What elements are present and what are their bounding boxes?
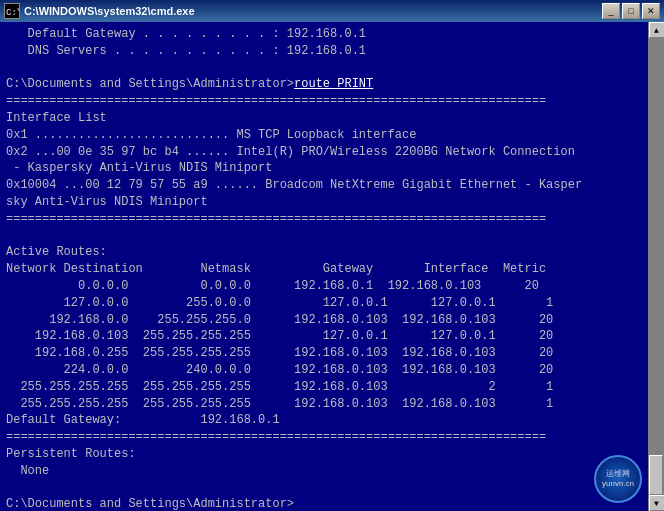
cmd-icon: C:\ bbox=[4, 3, 20, 19]
title-bar: C:\ C:\WINDOWS\system32\cmd.exe _ □ ✕ bbox=[0, 0, 664, 22]
scroll-down-button[interactable]: ▼ bbox=[649, 495, 665, 511]
watermark-inner-text: 运维网yunvn.cn bbox=[602, 469, 634, 490]
title-bar-left: C:\ C:\WINDOWS\system32\cmd.exe bbox=[4, 3, 195, 19]
svg-text:C:\: C:\ bbox=[6, 8, 19, 18]
window-controls: _ □ ✕ bbox=[602, 3, 660, 19]
scroll-up-button[interactable]: ▲ bbox=[649, 22, 665, 38]
terminal-window: Default Gateway . . . . . . . . . : 192.… bbox=[0, 22, 664, 511]
close-button[interactable]: ✕ bbox=[642, 3, 660, 19]
scrollbar[interactable]: ▲ ▼ bbox=[648, 22, 664, 511]
watermark: 运维网yunvn.cn bbox=[594, 455, 642, 503]
window-title: C:\WINDOWS\system32\cmd.exe bbox=[24, 5, 195, 17]
terminal-content[interactable]: Default Gateway . . . . . . . . . : 192.… bbox=[0, 22, 664, 511]
watermark-logo: 运维网yunvn.cn bbox=[594, 455, 642, 503]
minimize-button[interactable]: _ bbox=[602, 3, 620, 19]
maximize-button[interactable]: □ bbox=[622, 3, 640, 19]
scroll-thumb[interactable] bbox=[649, 455, 663, 495]
scroll-track bbox=[649, 38, 664, 495]
